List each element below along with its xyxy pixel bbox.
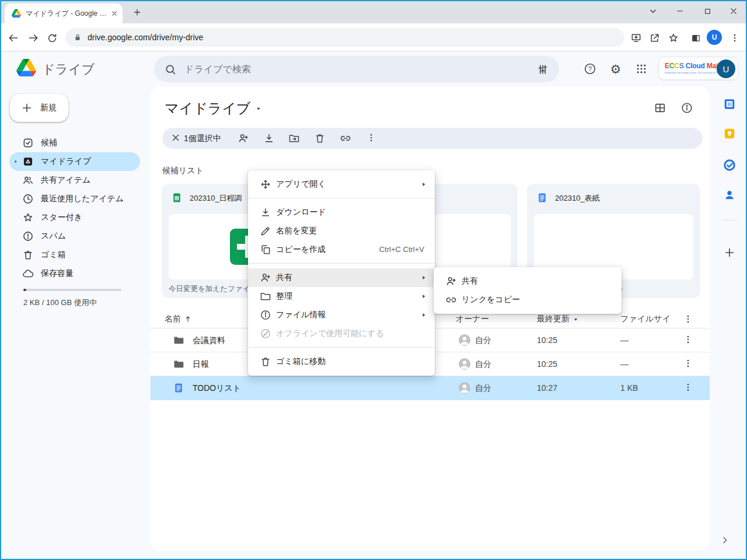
window-close-button[interactable] [724, 4, 743, 19]
file-size: — [620, 335, 629, 345]
trash-icon [22, 249, 34, 261]
sidebar-item-suggested[interactable]: 候補 [0, 134, 151, 152]
context-menu: アプリで開く ダウンロード 名前を変更 コピーを作成 Ctrl+C Ctrl+V [248, 170, 435, 376]
selection-toolbar: 1個選択中 [162, 128, 703, 149]
share-person-add-icon [260, 272, 271, 284]
menu-item-move-to-trash[interactable]: ゴミ箱に移動 [248, 352, 435, 371]
download-icon[interactable] [263, 132, 275, 144]
browser-avatar[interactable]: U [707, 30, 722, 45]
forward-button[interactable] [26, 30, 41, 46]
tasks-icon[interactable] [723, 159, 736, 172]
address-bar[interactable]: drive.google.com/drive/my-drive [65, 28, 624, 47]
menu-item-make-copy[interactable]: コピーを作成 Ctrl+C Ctrl+V [248, 240, 435, 259]
sidebar-item-my-drive[interactable]: マイドライブ [0, 152, 151, 171]
new-tab-button[interactable] [130, 6, 145, 19]
row-kebab-icon[interactable] [683, 382, 694, 394]
keep-icon[interactable] [723, 127, 736, 140]
drive-avatar[interactable]: U [717, 60, 735, 78]
search-bar[interactable] [154, 56, 559, 82]
plus-icon [20, 102, 33, 114]
account-badge[interactable]: ECCS Cloud Mail Information Technology C… [658, 57, 738, 80]
expand-caret-icon[interactable] [13, 159, 18, 164]
open-with-icon [260, 178, 271, 190]
file-size: 1 KB [620, 383, 638, 393]
browser-tab[interactable]: マイドライブ - Google ドライブ [5, 4, 123, 23]
sidebar-item-recent[interactable]: 最近使用したアイテム [0, 190, 151, 208]
sidebar-item-shared[interactable]: 共有アイテム [0, 171, 151, 190]
window-maximize-button[interactable] [697, 4, 717, 19]
tab-close-icon[interactable] [111, 10, 118, 17]
share-person-add-icon[interactable] [238, 132, 249, 144]
owner-label: 自分 [475, 359, 491, 370]
drive-favicon [12, 9, 21, 18]
clear-selection-icon[interactable] [170, 132, 182, 144]
sidebar-item-starred[interactable]: スター付き [0, 208, 151, 227]
search-options-tune-icon[interactable] [537, 64, 549, 75]
window-minimize-button[interactable] [670, 4, 690, 19]
row-kebab-icon[interactable] [683, 334, 694, 346]
new-button[interactable]: 新規 [10, 94, 68, 122]
table-options-kebab-icon[interactable] [683, 314, 693, 324]
download-icon [260, 206, 271, 218]
storage-progress-fill [23, 289, 26, 291]
settings-gear-icon[interactable]: ⚙ [608, 61, 623, 76]
details-info-icon[interactable] [680, 102, 694, 116]
browser-menu-icon[interactable] [727, 30, 742, 46]
menu-item-share[interactable]: 共有 [248, 268, 435, 287]
column-modified[interactable]: 最終更新 [537, 314, 579, 324]
drive-logo [16, 59, 36, 76]
share-submenu: 共有 リンクをコピー [434, 267, 622, 314]
submenu-arrow-icon [421, 180, 427, 188]
folder-icon [260, 290, 271, 302]
reload-button[interactable] [44, 30, 60, 46]
sidebar-item-trash[interactable]: ゴミ箱 [0, 246, 151, 264]
share-icon[interactable] [647, 30, 662, 46]
menu-item-rename[interactable]: 名前を変更 [248, 222, 435, 240]
tab-title: マイドライブ - Google ドライブ [26, 9, 109, 19]
menu-item-download[interactable]: ダウンロード [248, 203, 435, 222]
move-to-folder-icon[interactable] [288, 132, 300, 144]
menu-item-open-with[interactable]: アプリで開く [248, 175, 435, 194]
file-name: TODOリスト [193, 383, 241, 394]
shared-people-icon [22, 174, 34, 186]
add-addon-plus-icon[interactable] [723, 246, 736, 259]
submenu-item-share[interactable]: 共有 [434, 272, 622, 290]
card-reason: 今日変更を加えたファイル [169, 284, 257, 294]
browser-toolbar: drive.google.com/drive/my-drive U [0, 23, 747, 51]
menu-item-file-info[interactable]: ファイル情報 [248, 306, 435, 324]
back-button[interactable] [6, 30, 21, 46]
menu-item-organize[interactable]: 整理 [248, 287, 435, 306]
sidebar-item-spam[interactable]: スパム [0, 227, 151, 246]
clock-icon [22, 193, 34, 205]
column-owner[interactable]: オーナー [456, 314, 489, 324]
tab-search-chevron-icon[interactable] [643, 4, 663, 19]
info-icon [260, 309, 271, 321]
submenu-item-copy-link[interactable]: リンクをコピー [434, 290, 622, 309]
show-side-panel-chevron-icon[interactable] [720, 536, 729, 545]
file-row-todo-list[interactable]: TODOリスト 自分 10:27 1 KB [151, 376, 710, 400]
page-title-dropdown[interactable]: マイドライブ [165, 99, 262, 118]
sidebar-item-storage[interactable]: 保存容量 [0, 264, 151, 283]
trash-icon[interactable] [314, 132, 326, 144]
svg-text:31: 31 [727, 102, 732, 106]
calendar-icon[interactable]: 31 [723, 97, 736, 110]
row-kebab-icon[interactable] [683, 358, 694, 370]
apps-grid-icon[interactable] [634, 61, 649, 76]
side-panel-icon[interactable] [688, 30, 703, 46]
storage-progress-bar [23, 289, 121, 291]
card-file-name: 202310_日程調 [190, 193, 242, 204]
account-badge-subtext: Information Technology Center, The Unive… [665, 71, 722, 74]
more-options-kebab-icon[interactable] [366, 132, 378, 144]
grid-view-icon[interactable] [654, 102, 668, 116]
lock-icon [74, 33, 82, 41]
install-icon[interactable] [629, 30, 644, 46]
column-size[interactable]: ファイルサイ [620, 314, 671, 324]
menu-divider [248, 347, 435, 348]
contacts-icon[interactable] [723, 188, 736, 201]
bookmark-star-icon[interactable] [666, 30, 681, 46]
menu-divider [248, 263, 435, 264]
help-icon[interactable]: ? [582, 61, 598, 76]
column-name-sort[interactable]: 名前 [165, 314, 192, 324]
get-link-icon[interactable] [340, 132, 351, 144]
search-input[interactable] [184, 64, 537, 75]
